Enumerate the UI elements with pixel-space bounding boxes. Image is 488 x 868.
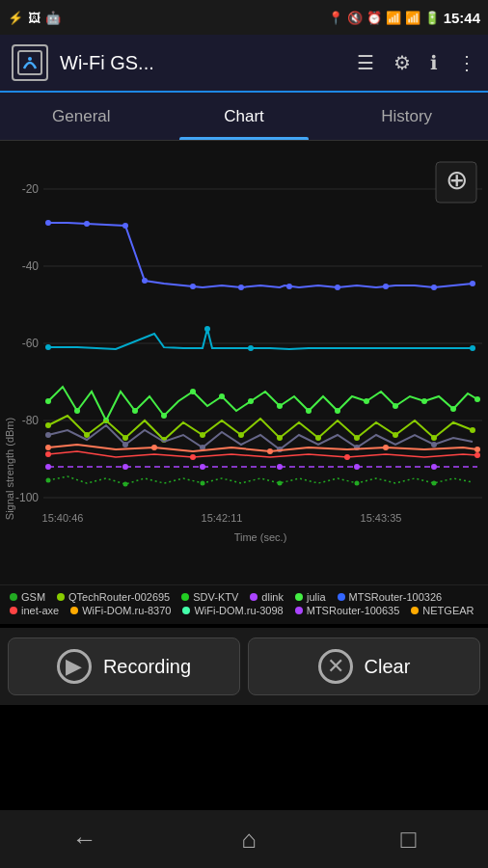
svg-point-81 [344, 454, 350, 460]
filter-icon[interactable]: ☰ [357, 51, 374, 74]
legend-netgear: NETGEAR [411, 605, 474, 616]
legend-wifidom-8370: WiFi-DOM.ru-8370 [70, 605, 171, 616]
svg-text:-60: -60 [22, 337, 40, 350]
android-icon: 🤖 [45, 11, 61, 25]
chart-svg: Signal strength (dBm) -20 -40 -60 -80 -1… [0, 141, 488, 584]
settings-icon[interactable]: ⚙ [393, 51, 411, 74]
svg-point-38 [190, 389, 196, 394]
svg-point-75 [200, 464, 205, 470]
svg-point-73 [45, 464, 51, 470]
svg-point-85 [201, 481, 205, 486]
app-bar: Wi-Fi GS... ☰ ⚙ ℹ ⋮ [0, 35, 488, 93]
svg-point-53 [200, 432, 205, 438]
svg-text:15:40:46: 15:40:46 [42, 512, 84, 524]
svg-point-44 [364, 398, 369, 404]
status-left-icons: ⚡ 🖼 🤖 [8, 11, 61, 25]
svg-point-58 [393, 432, 398, 438]
wifi-icon: 📶 [386, 11, 401, 25]
svg-point-67 [45, 445, 51, 450]
svg-point-43 [335, 408, 340, 414]
legend-mtsrouter-100635: MTSRouter-100635 [295, 605, 400, 616]
svg-point-62 [122, 442, 128, 448]
legend-sdvktv: SDV-KTV [181, 591, 238, 603]
svg-point-18 [45, 220, 51, 226]
svg-point-80 [190, 454, 196, 460]
tab-history[interactable]: History [325, 93, 488, 140]
svg-text:-20: -20 [22, 182, 40, 196]
back-button[interactable]: ← [72, 825, 97, 854]
svg-point-76 [277, 464, 283, 470]
app-icon [12, 44, 48, 81]
svg-point-25 [335, 285, 340, 290]
svg-point-21 [142, 278, 148, 284]
svg-point-87 [355, 481, 360, 486]
tab-bar: General Chart History [0, 93, 488, 141]
svg-point-36 [132, 408, 138, 414]
svg-text:Signal strength (dBm): Signal strength (dBm) [4, 418, 15, 520]
legend: GSM QTechRouter-002695 SDV-KTV dlink jul… [0, 584, 488, 624]
svg-point-79 [45, 451, 51, 457]
photo-icon: 🖼 [28, 11, 41, 25]
svg-point-27 [431, 285, 437, 290]
svg-point-49 [45, 422, 51, 428]
svg-point-55 [277, 435, 283, 441]
svg-point-77 [354, 464, 360, 470]
svg-point-37 [161, 413, 167, 419]
recent-button[interactable]: □ [401, 825, 417, 854]
svg-point-68 [151, 445, 157, 450]
svg-text:⊕: ⊕ [446, 165, 468, 195]
status-right-icons: 📍 🔇 ⏰ 📶 📶 🔋 15:44 [328, 10, 480, 26]
legend-dlink: dlink [250, 591, 284, 603]
tab-general[interactable]: General [0, 93, 163, 140]
svg-point-29 [45, 344, 51, 350]
svg-point-84 [123, 482, 128, 487]
svg-point-1 [28, 57, 32, 61]
location-icon: 📍 [328, 11, 343, 25]
svg-point-51 [122, 435, 128, 441]
chart-area: Signal strength (dBm) -20 -40 -60 -80 -1… [0, 141, 488, 584]
svg-text:-80: -80 [22, 414, 40, 427]
legend-wifidom-3098: WiFi-DOM.ru-3098 [182, 605, 283, 616]
button-bar: ▶ Recording ✕ Clear [0, 628, 488, 705]
battery-icon: 🔋 [424, 11, 440, 25]
svg-text:-100: -100 [15, 491, 39, 504]
more-icon[interactable]: ⋮ [457, 51, 476, 74]
svg-point-60 [470, 427, 475, 433]
svg-point-86 [278, 481, 283, 486]
legend-row-2: inet-axe WiFi-DOM.ru-8370 WiFi-DOM.ru-30… [10, 605, 478, 616]
info-icon[interactable]: ℹ [430, 51, 438, 74]
home-button[interactable]: ⌂ [241, 825, 257, 854]
svg-point-69 [267, 448, 273, 454]
legend-qtechrouter: QTechRouter-002695 [57, 591, 170, 603]
app-title: Wi-Fi GS... [60, 52, 345, 74]
svg-point-82 [474, 452, 480, 458]
svg-point-28 [470, 281, 475, 286]
tab-chart[interactable]: Chart [163, 93, 326, 140]
svg-point-45 [393, 403, 398, 409]
svg-point-56 [315, 435, 321, 441]
svg-text:Time (sec.): Time (sec.) [234, 531, 287, 543]
svg-point-83 [46, 478, 51, 483]
legend-inetaxe: inet-axe [10, 605, 59, 616]
legend-row-1: GSM QTechRouter-002695 SDV-KTV dlink jul… [10, 591, 478, 603]
usb-icon: ⚡ [8, 11, 23, 25]
svg-point-57 [354, 435, 360, 441]
recording-button[interactable]: ▶ Recording [8, 637, 240, 695]
svg-text:15:43:35: 15:43:35 [361, 512, 402, 524]
svg-point-54 [238, 432, 244, 438]
svg-point-74 [122, 464, 128, 470]
record-icon: ▶ [57, 649, 92, 684]
svg-point-59 [431, 435, 437, 441]
svg-point-32 [470, 345, 475, 351]
svg-point-61 [45, 432, 51, 438]
status-bar: ⚡ 🖼 🤖 📍 🔇 ⏰ 📶 📶 🔋 15:44 [0, 0, 488, 35]
svg-point-40 [248, 398, 254, 404]
svg-point-33 [45, 398, 51, 404]
svg-point-31 [248, 345, 254, 351]
svg-point-23 [238, 285, 244, 290]
app-bar-actions: ☰ ⚙ ℹ ⋮ [357, 51, 476, 74]
svg-point-47 [450, 406, 456, 412]
svg-point-22 [190, 284, 196, 289]
clear-button[interactable]: ✕ Clear [248, 637, 480, 695]
svg-point-41 [277, 403, 283, 409]
